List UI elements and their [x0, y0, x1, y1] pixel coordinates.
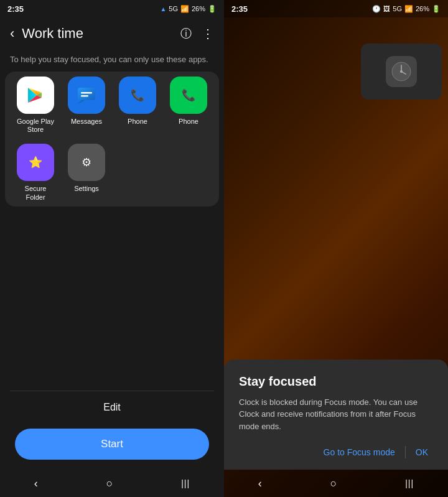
allowed-apps-grid: Google Play Store [5, 72, 219, 207]
dialog-title: Stay focused [239, 374, 433, 389]
messages-icon [68, 77, 105, 114]
left-status-bar: 2:35 ▲ 5G 📶 26% 🔋 [0, 0, 224, 17]
right-gallery-icon: 🖼 [383, 5, 390, 12]
dialog-actions: Go to Focus mode OK [239, 445, 433, 460]
left-home-nav[interactable]: ○ [101, 472, 118, 495]
phone2-label: Phone [179, 118, 198, 126]
phone2-icon: 📞 [170, 77, 207, 114]
phone1-icon: 📞 [119, 77, 156, 114]
dialog-body: Clock is blocked during Focus mode. You … [239, 396, 433, 433]
secure-folder-icon: ⭐ [17, 144, 54, 181]
start-button-wrap: Start [0, 424, 224, 470]
page-title: Work time [22, 26, 175, 42]
svg-text:⚙: ⚙ [82, 156, 91, 169]
left-panel: 2:35 ▲ 5G 📶 26% 🔋 ‹ Work time ⓘ ⋮ To hel… [0, 0, 224, 497]
focus-subtitle: To help you stay focused, you can only u… [0, 50, 224, 72]
right-clock-icon: 🕐 [372, 5, 381, 13]
right-network: 5G [393, 5, 402, 12]
app-secure-folder[interactable]: ⭐ Secure Folder [15, 144, 56, 201]
left-status-time: 2:35 [7, 4, 24, 14]
app-play-store[interactable]: Google Play Store [15, 77, 56, 134]
signal-icon: 📶 [180, 5, 189, 13]
right-battery: 26% [416, 5, 429, 12]
left-back-nav[interactable]: ‹ [29, 472, 43, 495]
ok-button[interactable]: OK [411, 445, 433, 460]
messages-label: Messages [71, 118, 102, 126]
back-button[interactable]: ‹ [5, 21, 19, 47]
svg-rect-7 [81, 92, 92, 94]
right-back-nav[interactable]: ‹ [253, 472, 267, 495]
right-battery-icon: 🔋 [432, 5, 441, 13]
secure-folder-label: Secure Folder [15, 185, 56, 201]
left-nav-bar: ‹ ○ ||| [0, 470, 224, 497]
left-recents-nav[interactable]: ||| [176, 473, 195, 493]
svg-text:⭐: ⭐ [29, 156, 43, 169]
app-settings[interactable]: ⚙ Settings [66, 144, 107, 201]
right-recents-nav[interactable]: ||| [400, 473, 419, 493]
play-store-icon [17, 77, 54, 114]
right-status-icons: 🕐 🖼 5G 📶 26% 🔋 [372, 5, 441, 13]
right-status-bar: 2:35 🕐 🖼 5G 📶 26% 🔋 [224, 0, 448, 17]
right-panel: 2:35 🕐 🖼 5G 📶 26% 🔋 🌐 📦 ⋯ 🌍 🔵 St [224, 0, 448, 497]
right-status-time: 2:35 [231, 4, 248, 14]
blocked-app-popup [361, 44, 442, 100]
stay-focused-dialog: Stay focused Clock is blocked during Foc… [224, 360, 448, 470]
phone1-label: Phone [128, 118, 147, 126]
settings-label: Settings [74, 185, 99, 193]
svg-marker-6 [78, 100, 85, 104]
battery-level: 26% [192, 5, 205, 12]
network-type: 5G [169, 5, 178, 12]
right-signal-icon: 📶 [404, 5, 413, 13]
play-store-label: Google Play Store [15, 118, 56, 134]
info-button[interactable]: ⓘ [175, 21, 197, 46]
app-messages[interactable]: Messages [66, 77, 107, 134]
dialog-actions-divider [405, 446, 406, 458]
blocked-clock-icon [386, 56, 417, 87]
app-phone-1[interactable]: 📞 Phone [117, 77, 158, 134]
right-home-nav[interactable]: ○ [325, 472, 342, 495]
svg-point-20 [400, 70, 403, 73]
right-nav-bar: ‹ ○ ||| [224, 470, 448, 497]
up-arrow-icon: ▲ [160, 6, 166, 12]
svg-rect-5 [78, 88, 95, 100]
go-to-focus-mode-button[interactable]: Go to Focus mode [319, 445, 400, 460]
app-phone-2[interactable]: 📞 Phone [168, 77, 209, 134]
settings-icon: ⚙ [68, 144, 105, 181]
start-button[interactable]: Start [15, 429, 209, 460]
battery-icon: 🔋 [208, 5, 217, 13]
left-top-bar: ‹ Work time ⓘ ⋮ [0, 17, 224, 50]
svg-rect-8 [81, 95, 88, 97]
svg-text:📞: 📞 [182, 88, 196, 102]
svg-text:📞: 📞 [131, 88, 145, 102]
more-options-button[interactable]: ⋮ [197, 21, 219, 46]
edit-button[interactable]: Edit [0, 391, 224, 424]
left-status-icons: ▲ 5G 📶 26% 🔋 [160, 5, 217, 13]
